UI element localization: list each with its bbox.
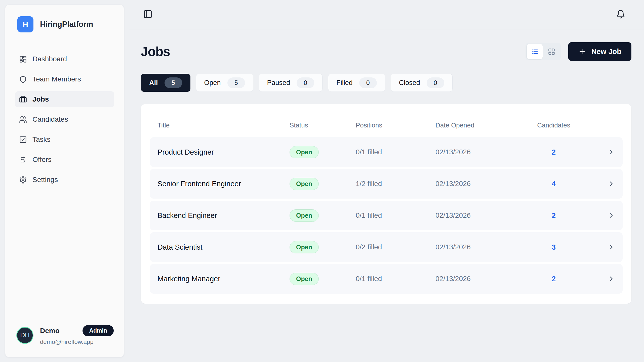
sidebar-item-label: Team Members [32,75,81,83]
sidebar-item-label: Candidates [32,115,68,123]
filter-label: All [149,79,158,87]
sidebar-item-offers[interactable]: Offers [15,152,114,168]
list-view-button[interactable] [527,44,543,59]
chevron-right-icon[interactable] [608,243,615,251]
job-row[interactable]: Backend EngineerOpen0/1 filled02/13/2026… [150,201,623,230]
filter-tab-open[interactable]: Open5 [196,74,253,92]
bell-icon [616,10,625,19]
sidebar-item-candidates[interactable]: Candidates [15,111,114,127]
job-title: Product Designer [157,148,290,156]
user-info: Demo Admin demo@hireflow.app [40,325,114,345]
new-job-button[interactable]: New Job [568,42,631,61]
page-title: Jobs [141,44,170,59]
user-email: demo@hireflow.app [40,338,114,345]
chevron-right-icon[interactable] [608,148,615,156]
sidebar-item-label: Dashboard [32,55,67,63]
brand-logo: H [17,16,33,32]
job-row[interactable]: Product DesignerOpen0/1 filled02/13/2026… [150,137,623,167]
filter-tab-filled[interactable]: Filled0 [328,74,385,92]
main-content: Jobs New Job All5Open5Paused0Filled0Clos… [141,29,631,304]
filter-count: 5 [165,77,182,88]
status-badge: Open [290,209,319,222]
job-row[interactable]: Marketing ManagerOpen0/1 filled02/13/202… [150,264,623,294]
column-header-candidates: Candidates [524,121,584,129]
filter-label: Filled [336,79,353,87]
candidates-count[interactable]: 2 [524,148,584,156]
sidebar-item-tasks[interactable]: Tasks [15,131,114,148]
positions-filled: 0/1 filled [356,148,435,156]
filter-label: Paused [267,79,290,87]
table-body: Product DesignerOpen0/1 filled02/13/2026… [150,137,623,294]
job-title: Data Scientist [157,243,290,251]
page-header: Jobs New Job [141,42,631,61]
layout-dashboard-icon [19,55,27,63]
filter-tab-closed[interactable]: Closed0 [391,74,453,92]
date-opened: 02/13/2026 [435,211,524,219]
candidates-count[interactable]: 2 [524,211,584,220]
avatar: DH [16,327,33,344]
settings-icon [19,176,27,184]
chevron-right-icon[interactable] [608,212,615,219]
sidebar-item-label: Jobs [32,95,49,103]
filter-label: Closed [399,79,420,87]
filter-tab-all[interactable]: All5 [141,74,190,92]
shield-icon [19,75,27,83]
date-opened: 02/13/2026 [435,148,524,156]
sidebar-item-dashboard[interactable]: Dashboard [15,51,114,67]
header-actions: New Job [526,42,631,61]
user-profile[interactable]: DH Demo Admin demo@hireflow.app [5,325,124,357]
sidebar-item-settings[interactable]: Settings [15,172,114,188]
dollar-sign-icon [19,156,27,164]
view-toggle [526,43,561,60]
positions-filled: 0/1 filled [356,275,435,283]
job-row[interactable]: Data ScientistOpen0/2 filled02/13/20263 [150,232,623,262]
list-icon [531,48,538,55]
grid-view-button[interactable] [544,44,559,59]
job-title: Backend Engineer [157,211,290,220]
date-opened: 02/13/2026 [435,180,524,188]
job-title: Senior Frontend Engineer [157,180,290,188]
candidates-count[interactable]: 3 [524,243,584,251]
date-opened: 02/13/2026 [435,275,524,283]
positions-filled: 0/1 filled [356,211,435,219]
role-badge: Admin [83,325,114,336]
sidebar-item-jobs[interactable]: Jobs [15,91,114,107]
job-row[interactable]: Senior Frontend EngineerOpen1/2 filled02… [150,169,623,199]
sidebar-item-team-members[interactable]: Team Members [15,71,114,87]
chevron-right-icon[interactable] [608,275,615,283]
status-badge: Open [290,273,319,285]
layout-grid-icon [548,48,555,55]
square-check-icon [19,136,27,144]
positions-filled: 0/2 filled [356,243,435,251]
sidebar-item-label: Settings [32,176,58,184]
app-screen: H HiringPlatform DashboardTeam MembersJo… [0,0,644,362]
filter-count: 0 [427,77,444,88]
brand: H HiringPlatform [5,5,124,32]
date-opened: 02/13/2026 [435,243,524,251]
positions-filled: 1/2 filled [356,180,435,188]
filter-label: Open [204,79,221,87]
user-name: Demo [40,327,60,335]
filter-count: 0 [297,77,314,88]
sidebar-item-label: Tasks [32,135,51,144]
column-header-title: Title [157,121,290,129]
candidates-count[interactable]: 4 [524,180,584,188]
table-header: TitleStatusPositionsDate OpenedCandidate… [150,113,623,137]
users-icon [19,116,27,123]
sidebar-nav: DashboardTeam MembersJobsCandidatesTasks… [15,51,114,188]
topbar [129,0,644,29]
status-badge: Open [290,178,319,190]
column-header-date-opened: Date Opened [435,121,524,129]
filter-tab-paused[interactable]: Paused0 [259,74,323,92]
sidebar-toggle-button[interactable] [143,10,152,20]
filter-count: 5 [227,77,245,88]
chevron-right-icon[interactable] [608,180,615,188]
column-header-positions: Positions [356,121,435,129]
plus-icon [578,48,586,55]
notifications-button[interactable] [616,10,625,20]
column-header-status: Status [290,121,356,129]
brand-name: HiringPlatform [40,20,93,29]
jobs-table-card: TitleStatusPositionsDate OpenedCandidate… [141,104,631,304]
candidates-count[interactable]: 2 [524,275,584,283]
panel-left-icon [143,10,152,19]
